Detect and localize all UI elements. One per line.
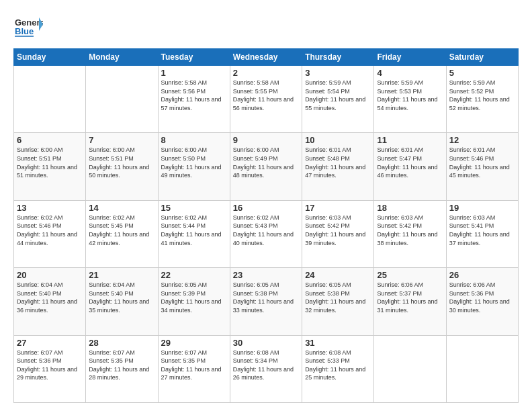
calendar-table: Sunday Monday Tuesday Wednesday Thursday… bbox=[13, 48, 519, 403]
day-info: Sunrise: 6:03 AM Sunset: 5:42 PM Dayligh… bbox=[305, 214, 371, 247]
calendar-cell: 1Sunrise: 5:58 AM Sunset: 5:56 PM Daylig… bbox=[158, 66, 230, 133]
day-info: Sunrise: 6:05 AM Sunset: 5:39 PM Dayligh… bbox=[161, 281, 227, 314]
day-number: 12 bbox=[449, 135, 515, 145]
day-info: Sunrise: 6:02 AM Sunset: 5:44 PM Dayligh… bbox=[161, 214, 227, 247]
day-number: 14 bbox=[89, 203, 154, 213]
calendar-cell: 3Sunrise: 5:59 AM Sunset: 5:54 PM Daylig… bbox=[302, 66, 374, 133]
day-number: 23 bbox=[233, 270, 299, 280]
calendar-cell bbox=[446, 335, 518, 402]
day-number: 21 bbox=[89, 270, 154, 280]
day-number: 5 bbox=[449, 68, 515, 78]
day-number: 1 bbox=[161, 68, 227, 78]
logo: General Blue bbox=[13, 12, 43, 42]
calendar-cell: 26Sunrise: 6:06 AM Sunset: 5:36 PM Dayli… bbox=[446, 268, 518, 335]
day-number: 28 bbox=[89, 338, 154, 348]
calendar-cell: 19Sunrise: 6:03 AM Sunset: 5:41 PM Dayli… bbox=[446, 200, 518, 267]
day-info: Sunrise: 5:58 AM Sunset: 5:55 PM Dayligh… bbox=[233, 79, 299, 112]
day-number: 17 bbox=[305, 203, 371, 213]
header-thursday: Thursday bbox=[302, 49, 374, 66]
day-number: 3 bbox=[305, 68, 371, 78]
day-number: 29 bbox=[161, 338, 227, 348]
day-info: Sunrise: 6:02 AM Sunset: 5:43 PM Dayligh… bbox=[233, 214, 299, 247]
day-info: Sunrise: 6:01 AM Sunset: 5:48 PM Dayligh… bbox=[305, 146, 371, 179]
svg-text:Blue: Blue bbox=[15, 26, 34, 36]
day-number: 26 bbox=[449, 270, 515, 280]
day-info: Sunrise: 6:02 AM Sunset: 5:45 PM Dayligh… bbox=[89, 214, 154, 247]
day-info: Sunrise: 6:00 AM Sunset: 5:50 PM Dayligh… bbox=[161, 146, 227, 179]
calendar-cell: 5Sunrise: 5:59 AM Sunset: 5:52 PM Daylig… bbox=[446, 66, 518, 133]
header-tuesday: Tuesday bbox=[158, 49, 230, 66]
day-info: Sunrise: 6:03 AM Sunset: 5:41 PM Dayligh… bbox=[449, 214, 515, 247]
calendar-header-row: Sunday Monday Tuesday Wednesday Thursday… bbox=[14, 49, 519, 66]
calendar-week-5: 27Sunrise: 6:07 AM Sunset: 5:36 PM Dayli… bbox=[14, 335, 519, 402]
calendar-cell: 23Sunrise: 6:05 AM Sunset: 5:38 PM Dayli… bbox=[230, 268, 302, 335]
day-info: Sunrise: 6:01 AM Sunset: 5:46 PM Dayligh… bbox=[449, 146, 515, 179]
day-info: Sunrise: 6:07 AM Sunset: 5:35 PM Dayligh… bbox=[161, 349, 227, 382]
calendar-cell: 16Sunrise: 6:02 AM Sunset: 5:43 PM Dayli… bbox=[230, 200, 302, 267]
logo-icon: General Blue bbox=[13, 12, 43, 42]
day-number: 9 bbox=[233, 135, 299, 145]
day-number: 20 bbox=[17, 270, 83, 280]
day-info: Sunrise: 6:02 AM Sunset: 5:46 PM Dayligh… bbox=[17, 214, 83, 247]
calendar-cell: 13Sunrise: 6:02 AM Sunset: 5:46 PM Dayli… bbox=[14, 200, 86, 267]
calendar-cell: 9Sunrise: 6:00 AM Sunset: 5:49 PM Daylig… bbox=[230, 133, 302, 200]
header-monday: Monday bbox=[86, 49, 158, 66]
calendar-cell bbox=[14, 66, 86, 133]
header: General Blue bbox=[13, 12, 519, 42]
day-info: Sunrise: 5:59 AM Sunset: 5:54 PM Dayligh… bbox=[305, 79, 371, 112]
calendar-cell: 7Sunrise: 6:00 AM Sunset: 5:51 PM Daylig… bbox=[86, 133, 158, 200]
calendar-cell: 12Sunrise: 6:01 AM Sunset: 5:46 PM Dayli… bbox=[446, 133, 518, 200]
calendar-cell: 29Sunrise: 6:07 AM Sunset: 5:35 PM Dayli… bbox=[158, 335, 230, 402]
day-info: Sunrise: 6:07 AM Sunset: 5:35 PM Dayligh… bbox=[89, 349, 154, 382]
calendar-cell: 22Sunrise: 6:05 AM Sunset: 5:39 PM Dayli… bbox=[158, 268, 230, 335]
day-number: 30 bbox=[233, 338, 299, 348]
calendar-cell bbox=[86, 66, 158, 133]
day-info: Sunrise: 6:00 AM Sunset: 5:51 PM Dayligh… bbox=[89, 146, 154, 179]
calendar-cell: 21Sunrise: 6:04 AM Sunset: 5:40 PM Dayli… bbox=[86, 268, 158, 335]
day-info: Sunrise: 5:59 AM Sunset: 5:52 PM Dayligh… bbox=[449, 79, 515, 112]
day-info: Sunrise: 6:08 AM Sunset: 5:33 PM Dayligh… bbox=[305, 349, 371, 382]
calendar-cell: 11Sunrise: 6:01 AM Sunset: 5:47 PM Dayli… bbox=[374, 133, 446, 200]
header-friday: Friday bbox=[374, 49, 446, 66]
day-number: 8 bbox=[161, 135, 227, 145]
day-info: Sunrise: 6:07 AM Sunset: 5:36 PM Dayligh… bbox=[17, 349, 83, 382]
header-sunday: Sunday bbox=[14, 49, 86, 66]
day-number: 11 bbox=[377, 135, 443, 145]
day-number: 7 bbox=[89, 135, 154, 145]
day-info: Sunrise: 6:03 AM Sunset: 5:42 PM Dayligh… bbox=[377, 214, 443, 247]
calendar-cell: 25Sunrise: 6:06 AM Sunset: 5:37 PM Dayli… bbox=[374, 268, 446, 335]
calendar-week-2: 6Sunrise: 6:00 AM Sunset: 5:51 PM Daylig… bbox=[14, 133, 519, 200]
calendar-week-4: 20Sunrise: 6:04 AM Sunset: 5:40 PM Dayli… bbox=[14, 268, 519, 335]
day-number: 4 bbox=[377, 68, 443, 78]
day-info: Sunrise: 6:06 AM Sunset: 5:37 PM Dayligh… bbox=[377, 281, 443, 314]
calendar-cell: 20Sunrise: 6:04 AM Sunset: 5:40 PM Dayli… bbox=[14, 268, 86, 335]
calendar-cell: 31Sunrise: 6:08 AM Sunset: 5:33 PM Dayli… bbox=[302, 335, 374, 402]
day-info: Sunrise: 6:00 AM Sunset: 5:51 PM Dayligh… bbox=[17, 146, 83, 179]
day-number: 16 bbox=[233, 203, 299, 213]
calendar-cell: 30Sunrise: 6:08 AM Sunset: 5:34 PM Dayli… bbox=[230, 335, 302, 402]
day-info: Sunrise: 5:58 AM Sunset: 5:56 PM Dayligh… bbox=[161, 79, 227, 112]
calendar-cell: 15Sunrise: 6:02 AM Sunset: 5:44 PM Dayli… bbox=[158, 200, 230, 267]
day-number: 10 bbox=[305, 135, 371, 145]
day-info: Sunrise: 6:05 AM Sunset: 5:38 PM Dayligh… bbox=[305, 281, 371, 314]
day-info: Sunrise: 6:01 AM Sunset: 5:47 PM Dayligh… bbox=[377, 146, 443, 179]
day-number: 25 bbox=[377, 270, 443, 280]
calendar-cell: 28Sunrise: 6:07 AM Sunset: 5:35 PM Dayli… bbox=[86, 335, 158, 402]
day-info: Sunrise: 5:59 AM Sunset: 5:53 PM Dayligh… bbox=[377, 79, 443, 112]
day-number: 27 bbox=[17, 338, 83, 348]
day-number: 19 bbox=[449, 203, 515, 213]
calendar-cell: 17Sunrise: 6:03 AM Sunset: 5:42 PM Dayli… bbox=[302, 200, 374, 267]
day-info: Sunrise: 6:00 AM Sunset: 5:49 PM Dayligh… bbox=[233, 146, 299, 179]
day-number: 2 bbox=[233, 68, 299, 78]
calendar-cell: 24Sunrise: 6:05 AM Sunset: 5:38 PM Dayli… bbox=[302, 268, 374, 335]
calendar-cell: 6Sunrise: 6:00 AM Sunset: 5:51 PM Daylig… bbox=[14, 133, 86, 200]
calendar-week-1: 1Sunrise: 5:58 AM Sunset: 5:56 PM Daylig… bbox=[14, 66, 519, 133]
day-number: 31 bbox=[305, 338, 371, 348]
day-info: Sunrise: 6:05 AM Sunset: 5:38 PM Dayligh… bbox=[233, 281, 299, 314]
calendar-week-3: 13Sunrise: 6:02 AM Sunset: 5:46 PM Dayli… bbox=[14, 200, 519, 267]
day-number: 18 bbox=[377, 203, 443, 213]
calendar-cell: 4Sunrise: 5:59 AM Sunset: 5:53 PM Daylig… bbox=[374, 66, 446, 133]
calendar-cell: 18Sunrise: 6:03 AM Sunset: 5:42 PM Dayli… bbox=[374, 200, 446, 267]
day-number: 24 bbox=[305, 270, 371, 280]
calendar-cell bbox=[374, 335, 446, 402]
